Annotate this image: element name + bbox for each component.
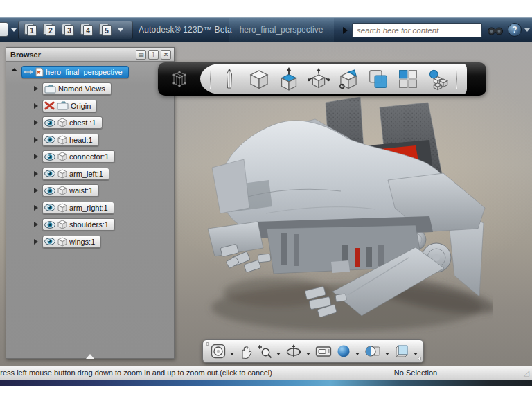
tree-item-root[interactable]: hero_final_perspective bbox=[6, 64, 174, 79]
shaded-sphere-button[interactable] bbox=[335, 342, 352, 360]
quick-access-button-3[interactable]: 3 bbox=[62, 24, 75, 37]
expand-arrow-icon[interactable] bbox=[34, 239, 38, 245]
tree-item-pill[interactable]: wings:1 bbox=[42, 236, 101, 248]
help-button[interactable]: ? bbox=[508, 23, 522, 37]
expand-arrow-icon[interactable] bbox=[34, 188, 38, 193]
quick-access-button-5[interactable]: 5 bbox=[99, 24, 112, 37]
visibility-eye-icon bbox=[44, 119, 55, 127]
tree-item-pill[interactable]: chest :1 bbox=[42, 116, 103, 129]
tree-item-label: connector:1 bbox=[69, 152, 109, 161]
dropdown-caret-icon[interactable] bbox=[306, 353, 310, 355]
sheet-number: 5 bbox=[102, 25, 112, 36]
document-tab[interactable]: hero_final_perspective bbox=[229, 18, 334, 42]
quick-access-button-1[interactable]: 1 bbox=[24, 24, 37, 37]
visual-style-button[interactable] bbox=[364, 342, 382, 360]
pin-icon[interactable]: ⍑ bbox=[148, 50, 159, 60]
help-caret-icon[interactable] bbox=[524, 28, 530, 32]
pan-hand-button[interactable] bbox=[238, 342, 254, 360]
tree-item-pill[interactable]: arm_right:1 bbox=[42, 202, 114, 214]
component-cube-icon bbox=[57, 152, 67, 161]
search-input[interactable] bbox=[352, 23, 482, 37]
search-binoculars-icon[interactable] bbox=[487, 24, 504, 37]
expand-arrow-icon[interactable] bbox=[34, 222, 38, 227]
expand-arrow-icon[interactable] bbox=[34, 103, 38, 109]
tree-item[interactable]: Named Views bbox=[6, 82, 174, 96]
tree-item-pill[interactable]: Origin bbox=[42, 100, 97, 112]
view-face-button[interactable] bbox=[393, 342, 410, 360]
expand-arrow-icon[interactable] bbox=[11, 68, 19, 76]
grid-icon bbox=[397, 68, 419, 90]
orbit-button[interactable] bbox=[285, 342, 303, 360]
component-cube-icon bbox=[57, 135, 67, 145]
panel-resize-handle[interactable] bbox=[86, 354, 94, 359]
viewport-3d[interactable]: Browser ▤ ⍑ ✕ bbox=[0, 42, 532, 366]
tree-item-pill[interactable]: shoulders:1 bbox=[42, 218, 115, 231]
tree-item[interactable]: chest :1 bbox=[6, 116, 174, 130]
tab-scroll-right-button[interactable] bbox=[341, 26, 349, 35]
tree-item-pill[interactable]: Named Views bbox=[42, 82, 112, 95]
steering-wheel-button[interactable] bbox=[210, 342, 227, 360]
tree-item-pill[interactable]: arm_left:1 bbox=[42, 168, 109, 180]
tree-item-pill[interactable]: waist:1 bbox=[42, 184, 99, 197]
visibility-eye-icon bbox=[44, 153, 55, 161]
pattern-duplicate-button[interactable] bbox=[367, 67, 389, 91]
dropdown-caret-icon[interactable] bbox=[230, 353, 234, 355]
expand-arrow-icon[interactable] bbox=[34, 137, 38, 143]
app-menu-caret-icon[interactable] bbox=[11, 28, 17, 32]
tree-item[interactable]: waist:1 bbox=[6, 184, 174, 198]
tree-item[interactable]: arm_left:1 bbox=[6, 166, 174, 181]
tree-item-label: Origin bbox=[71, 102, 91, 110]
grid-pattern-button[interactable] bbox=[397, 67, 419, 91]
close-icon[interactable]: ✕ bbox=[161, 50, 171, 60]
tree-items: Named Views Origin bbox=[6, 82, 174, 249]
tree-item[interactable]: head:1 bbox=[6, 132, 174, 147]
tree-item-pill[interactable]: connector:1 bbox=[42, 150, 115, 163]
tree-item-label: head:1 bbox=[69, 136, 93, 144]
primitive-cube-button[interactable] bbox=[248, 67, 270, 91]
app-menu-icon[interactable] bbox=[0, 22, 8, 37]
tree-item-label: shoulders:1 bbox=[69, 220, 109, 229]
dropdown-caret-icon[interactable] bbox=[355, 353, 360, 355]
toolbar-grip-icon[interactable] bbox=[206, 342, 209, 346]
quick-access-caret-icon[interactable] bbox=[118, 28, 123, 32]
dropdown-caret-icon[interactable] bbox=[276, 353, 281, 355]
sheet-number: 4 bbox=[83, 25, 93, 36]
browser-panel-header[interactable]: Browser ▤ ⍑ ✕ bbox=[6, 48, 174, 62]
selection-status: No Selection bbox=[374, 366, 457, 380]
push-pull-button[interactable] bbox=[278, 67, 300, 91]
toolbar-grip-icon[interactable] bbox=[418, 357, 421, 360]
tree-item[interactable]: Origin bbox=[6, 98, 174, 113]
tree-item[interactable]: shoulders:1 bbox=[6, 218, 174, 232]
toolbar-left-cap[interactable] bbox=[158, 62, 200, 96]
sheet-number: 3 bbox=[64, 25, 74, 36]
dropdown-caret-icon[interactable] bbox=[414, 353, 418, 355]
expand-arrow-icon[interactable] bbox=[34, 120, 38, 125]
app-lattice-icon bbox=[167, 66, 192, 91]
tree-item[interactable]: arm_right:1 bbox=[6, 200, 174, 215]
dropdown-caret-icon[interactable] bbox=[385, 353, 389, 355]
push-pull-icon bbox=[278, 67, 300, 91]
zoom-button[interactable] bbox=[256, 342, 273, 360]
expand-arrow-icon[interactable] bbox=[34, 205, 38, 211]
expand-arrow-icon[interactable] bbox=[34, 171, 38, 177]
pattern-icon bbox=[367, 68, 389, 90]
quick-access-button-2[interactable]: 2 bbox=[43, 24, 56, 37]
expand-arrow-icon[interactable] bbox=[34, 86, 38, 91]
move-button[interactable] bbox=[308, 67, 330, 91]
folder-icon bbox=[44, 85, 56, 94]
tree-item[interactable]: wings:1 bbox=[6, 234, 174, 249]
expand-arrow-icon[interactable] bbox=[34, 154, 38, 159]
sketch-pencil-button[interactable] bbox=[218, 67, 240, 91]
component-cube-icon bbox=[57, 186, 67, 195]
snap-button[interactable] bbox=[337, 67, 360, 91]
quick-access-button-4[interactable]: 4 bbox=[80, 24, 94, 37]
panel-menu-icon[interactable]: ▤ bbox=[136, 50, 146, 60]
tree-item[interactable]: connector:1 bbox=[6, 150, 174, 164]
tree-item-label: chest :1 bbox=[69, 118, 96, 127]
combine-group-button[interactable] bbox=[427, 67, 449, 91]
tree-item-pill[interactable]: head:1 bbox=[42, 134, 99, 146]
tree-root-pill[interactable]: hero_final_perspective bbox=[21, 66, 129, 78]
look-at-button[interactable] bbox=[314, 342, 332, 360]
robot-model[interactable] bbox=[200, 87, 493, 334]
navigation-toolbar bbox=[202, 339, 424, 363]
